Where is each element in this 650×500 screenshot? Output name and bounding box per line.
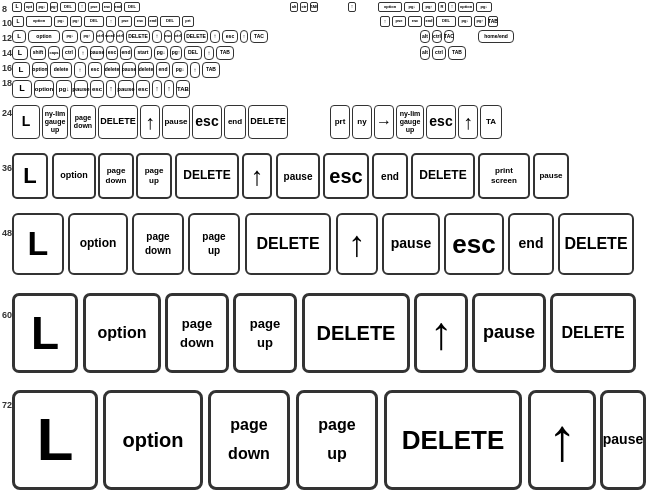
key-up-r10-r: ↑ [380, 16, 390, 27]
key-L-r14: L [12, 46, 28, 60]
key-pgup-r60: pageup [233, 293, 297, 373]
key-pgup-r10: pg↑ [70, 16, 82, 27]
key-option-r60: option [83, 293, 161, 373]
key-del-r8: DEL [60, 2, 76, 12]
key-ctrl-r12: ctrl [96, 30, 104, 43]
row-label-12: 12 [2, 33, 12, 43]
key-esc-r12: esc [164, 30, 172, 43]
key-pgdn3-r8: pg↓ [476, 2, 492, 12]
key-pgdn-r36: pagedown [98, 153, 134, 199]
key-pgdn-r8: pg↓ [36, 2, 48, 12]
key-pgdn2-r8: pg↓ [404, 2, 420, 12]
key-option-r18: option [34, 80, 54, 98]
key-alt-r12: alt [420, 30, 430, 43]
key-esc-r36: esc [323, 153, 369, 199]
key-del-r72: DELETE [384, 390, 522, 490]
key-TAB-r14-r: TAB [448, 46, 466, 60]
key-L-r16: L [12, 62, 30, 78]
key-caps-r14: caps [48, 46, 60, 60]
key-esc-r18: esc [90, 80, 104, 98]
keyboard-diagram: 8 10 12 14 16 18 24 36 48 60 72 L opt pg… [0, 0, 650, 500]
key-del-r60: DELETE [302, 293, 410, 373]
key-pause-r10-r: pse [392, 16, 406, 27]
key-pgdn-r60: pagedown [165, 293, 229, 373]
key-up2-r16: ↑ [190, 62, 200, 78]
key-ctrl-r14: ctrl [62, 46, 76, 60]
key-TAB-r16: TAB [202, 62, 220, 78]
key-pgdn-r48: pagedown [132, 213, 184, 275]
key-nylim-r24: ny [352, 105, 372, 139]
key-up-r18: ↑ [106, 80, 116, 98]
key-del-r24: DELETE [98, 105, 138, 139]
key-del2-r12: DELETE [184, 30, 208, 43]
key-ctrl-r14-r: ctrl [432, 46, 446, 60]
key-up-r8: ↑ [78, 2, 86, 12]
key-option-r12: option [28, 30, 60, 43]
key-option2-r24: ny-limgaugeup [396, 105, 424, 139]
key-end-r16: end [156, 62, 170, 78]
key-del2-r24: DELETE [248, 105, 288, 139]
key-up-r10: ↑ [106, 16, 116, 27]
key-TAB-r12: TAC [250, 30, 268, 43]
key-tab2-r12: TAC [444, 30, 454, 43]
key-option3-r8: option [458, 2, 474, 12]
key-L-r12: L [12, 30, 26, 43]
key-esc-r24: esc [192, 105, 222, 139]
key-TAB-r18: TAB [176, 80, 190, 98]
key-pgdn-r72: pagedown [208, 390, 290, 490]
key-pgup-r8: pg↑ [50, 2, 58, 12]
key-del-r12: DELETE [126, 30, 150, 43]
key-esc-r10: esc [134, 16, 146, 27]
key-alt-r8: alt [290, 2, 298, 12]
key-option-r8: opt [24, 2, 34, 12]
key-end-r24: end [224, 105, 246, 139]
key-L-r36: L [12, 153, 48, 199]
key-end-r10-r: end [424, 16, 434, 27]
key-L-r18: L [12, 80, 32, 98]
key-up-r36: ↑ [242, 153, 272, 199]
key-start-r14: start [134, 46, 152, 60]
row-label-60: 60 [2, 310, 12, 320]
key-pause-r60: pause [472, 293, 546, 373]
key-option2-r8: option [378, 2, 402, 12]
row-label-48: 48 [2, 228, 12, 238]
key-pause2-r18: pause [118, 80, 134, 98]
key-up2-r14: ↑ [204, 46, 214, 60]
key-pgup4-r10: pg↑ [474, 16, 486, 27]
key-pause-r24: pause [162, 105, 190, 139]
key-pgup-r48: pageup [188, 213, 240, 275]
key-L-r24: L [12, 105, 40, 139]
key-pause2-r36: pause [533, 153, 569, 199]
key-pgdn-r24: pagedown [70, 105, 96, 139]
key-pgdn4-r10: pg↓ [458, 16, 472, 27]
key-tab-r10: TAB [488, 16, 498, 27]
key-pgdn2-r16: pg↓ [172, 62, 188, 78]
key-del-r16: delete [104, 62, 120, 78]
key-pause-r14: pause [90, 46, 104, 60]
key-esc-r14: esc [106, 46, 118, 60]
key-arrow-r24: → [374, 105, 394, 139]
key-up2-r8: ↑ [348, 2, 356, 12]
key-ctrl3-r12: ctrl [174, 30, 182, 43]
key-up3-r18: ↑ [164, 80, 174, 98]
key-esc-r16: esc [88, 62, 102, 78]
key-print-r36: printscreen [478, 153, 530, 199]
key-del2-r10: DEL [160, 16, 180, 27]
key-prt-r24: prt [330, 105, 350, 139]
key-tab-r8: TAB [310, 2, 318, 12]
key-end-r36: end [372, 153, 408, 199]
key-up2-r24: ↑ [458, 105, 478, 139]
key-up2-r18: ↑ [152, 80, 162, 98]
row-label-24: 24 [2, 108, 12, 118]
key-pgdn-r14: pg↓ [154, 46, 168, 60]
key-TAB-r14: TAB [216, 46, 234, 60]
key-option-r24: ny-limgaugeup [42, 105, 68, 139]
key-pgdn-r16: delete [50, 62, 72, 78]
key-end-r8: end [114, 2, 122, 12]
key-pgdn-r12: pg↓ [62, 30, 78, 43]
key-del3-r10: DEL [436, 16, 456, 27]
key-pgup-r12: pg↑ [80, 30, 94, 43]
key-up3-r12: ↑ [240, 30, 248, 43]
key-up-r14: ↑ [78, 46, 88, 60]
key-ctrl-r12-r: ctrl [432, 30, 442, 43]
